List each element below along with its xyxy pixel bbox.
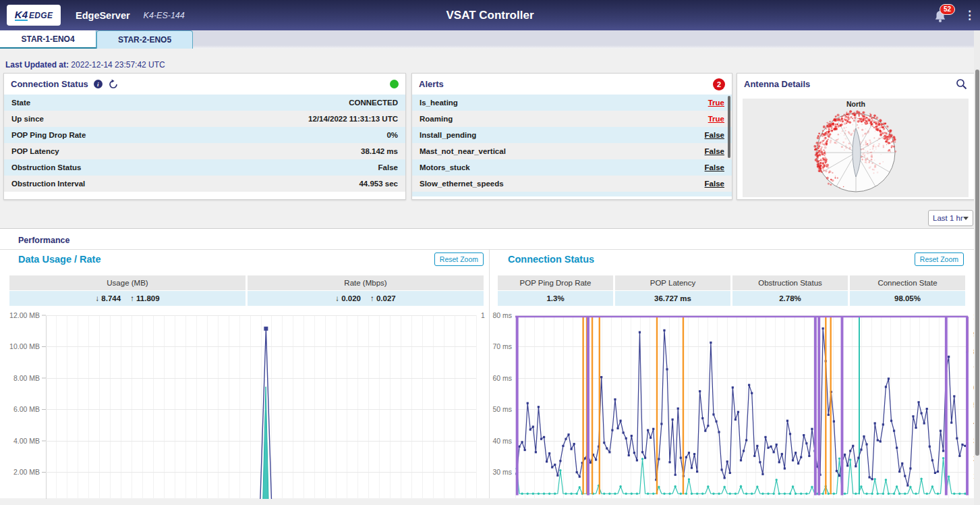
status-row: Obstruction Interval44.953 sec — [4, 176, 405, 192]
antenna-polar-chart: North — [743, 99, 969, 197]
alert-row: Is_heatingTrue — [412, 95, 732, 111]
rate-up-value: ↑ 0.027 — [370, 294, 396, 302]
svg-text:1: 1 — [481, 311, 485, 319]
last-updated-label: Last Updated at: — [5, 60, 69, 70]
svg-text:80 ms: 80 ms — [492, 311, 512, 319]
alert-row: Slow_ethernet_speedsFalse — [412, 176, 732, 192]
notifications-button[interactable]: 52 — [933, 7, 950, 24]
connection-status-pane: Connection Status Reset Zoom POP Ping Dr… — [490, 249, 980, 498]
info-icon[interactable]: i — [94, 80, 103, 88]
connection-status-rows: StateCONNECTED Up since12/14/2022 11:31:… — [4, 95, 405, 192]
usage-header: Usage (MB) — [9, 275, 246, 290]
alert-row: Mast_not_near_verticalFalse — [412, 143, 732, 159]
usage-up-value: ↑ 11.809 — [130, 294, 159, 302]
alert-row: RoamingTrue — [412, 111, 732, 127]
performance-panel: Performance Data Usage / Rate Reset Zoom… — [0, 228, 980, 498]
data-usage-title: Data Usage / Rate — [18, 254, 101, 265]
magnifier-icon[interactable] — [956, 78, 967, 90]
alert-value-link[interactable]: False — [705, 131, 724, 139]
svg-text:12.00 MB: 12.00 MB — [9, 311, 40, 319]
usage-summary-table: Usage (MB) ↓ 8.744↑ 11.809 Rate (Mbps) ↓… — [9, 275, 484, 306]
alert-value-link[interactable]: True — [708, 115, 724, 123]
connection-chart-title: Connection Status — [508, 254, 594, 265]
svg-text:60 ms: 60 ms — [492, 374, 512, 382]
status-row: StateCONNECTED — [4, 95, 405, 111]
alert-value-link[interactable]: False — [705, 180, 724, 188]
svg-text:70 ms: 70 ms — [492, 342, 512, 350]
svg-text:2.00 MB: 2.00 MB — [13, 468, 40, 476]
last-updated-value: 2022-12-14 23:57:42 UTC — [71, 60, 165, 70]
antenna-obstruction-map: North — [743, 99, 969, 197]
online-status-dot — [390, 80, 399, 88]
connection-status-chart[interactable]: 80 ms70 ms60 ms50 ms40 ms30 ms100%90%80%… — [490, 308, 980, 499]
alerts-count-badge: 2 — [713, 78, 725, 90]
app-name: EdgeServer — [76, 10, 130, 21]
alerts-card: Alerts 2 Is_heatingTrue RoamingTrue Inst… — [411, 73, 732, 200]
usage-down-value: ↓ 8.744 — [95, 294, 121, 302]
svg-text:4.00 MB: 4.00 MB — [13, 437, 40, 445]
alerts-rows: Is_heatingTrue RoamingTrue Install_pendi… — [412, 95, 732, 196]
svg-text:North: North — [846, 100, 865, 108]
connection-summary-table: POP Ping Drop Rate 1.3% POP Latency 36.7… — [498, 275, 965, 306]
alert-value-link[interactable]: False — [705, 147, 724, 155]
time-range-select[interactable]: Last 1 hr — [928, 210, 973, 226]
svg-text:6.00 MB: 6.00 MB — [13, 405, 40, 413]
top-navbar: K4 EDGE EdgeServer K4-ES-144 VSAT Contro… — [0, 0, 980, 30]
svg-text:8.00 MB: 8.00 MB — [13, 374, 40, 382]
svg-text:50 ms: 50 ms — [492, 405, 512, 413]
logo-k4-text: K4 — [15, 10, 28, 21]
server-id: K4-ES-144 — [144, 11, 185, 20]
antenna-details-title: Antenna Details — [744, 79, 810, 89]
vsat-controller-app: K4 EDGE EdgeServer K4-ES-144 VSAT Contro… — [0, 0, 980, 505]
tab-star-2-eno5[interactable]: STAR-2-ENO5 — [96, 30, 193, 49]
status-row: POP Latency38.142 ms — [4, 143, 405, 159]
refresh-icon[interactable] — [108, 79, 119, 90]
k4-edge-logo: K4 EDGE — [7, 5, 61, 26]
chevron-down-icon — [963, 217, 969, 220]
status-row: POP Ping Drop Rate0% — [4, 127, 405, 143]
performance-title: Performance — [18, 236, 69, 245]
alert-value-link[interactable]: False — [705, 163, 724, 171]
alert-row-partial — [412, 192, 732, 196]
reset-zoom-button[interactable]: Reset Zoom — [915, 252, 964, 266]
alerts-scrollbar[interactable] — [728, 96, 730, 158]
data-usage-chart[interactable]: 12.00 MB10.00 MB8.00 MB6.00 MB4.00 MB2.0… — [0, 308, 489, 499]
kebab-menu-button[interactable]: ⋮ — [964, 11, 971, 20]
alert-row: Motors_stuckFalse — [412, 159, 732, 176]
status-row: Obstruction StatusFalse — [4, 159, 405, 176]
svg-text:40 ms: 40 ms — [492, 437, 512, 445]
page-scrollbar-track[interactable] — [974, 30, 980, 505]
rate-down-value: ↓ 0.020 — [335, 294, 361, 302]
reset-zoom-button[interactable]: Reset Zoom — [434, 252, 484, 266]
svg-text:30 ms: 30 ms — [492, 468, 512, 476]
alert-row: Install_pendingFalse — [412, 127, 732, 143]
rate-header: Rate (Mbps) — [248, 275, 484, 290]
tab-star-1-eno4[interactable]: STAR-1-ENO4 — [0, 30, 96, 49]
alerts-title: Alerts — [419, 79, 444, 89]
logo-edge-text: EDGE — [29, 11, 53, 20]
alert-value-link[interactable]: True — [708, 99, 724, 107]
notification-count-badge: 52 — [940, 4, 955, 15]
page-scrollbar-thumb[interactable] — [975, 70, 979, 456]
terminal-tabbar: STAR-1-ENO4 STAR-2-ENO5 — [0, 30, 980, 49]
antenna-details-card: Antenna Details North — [737, 73, 975, 200]
last-updated: Last Updated at: 2022-12-14 23:57:42 UTC — [5, 60, 165, 70]
data-usage-pane: Data Usage / Rate Reset Zoom Usage (MB) … — [0, 249, 489, 498]
time-range-value: Last 1 hr — [933, 214, 963, 222]
connection-status-card: Connection Status i StateCONNECTED Up si… — [3, 73, 406, 200]
svg-text:10.00 MB: 10.00 MB — [9, 342, 40, 350]
connection-status-title: Connection Status — [11, 79, 88, 89]
status-row: Up since12/14/2022 11:31:13 UTC — [4, 111, 405, 127]
